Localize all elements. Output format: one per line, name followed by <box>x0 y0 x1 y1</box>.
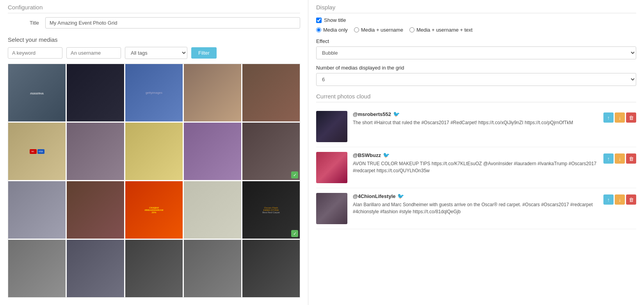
photo-grid: #МАМЯНА gettyimages MC <box>8 64 300 298</box>
svg-text:#МАМЯНА: #МАМЯНА <box>30 92 44 95</box>
post-actions: ↑ ↓ 🗑 <box>603 111 636 123</box>
delete-button[interactable]: 🗑 <box>626 153 636 164</box>
media-username-label: Media + username <box>361 27 403 33</box>
post-info: @BSWbuzz 🐦 AVON TRUE COLOR MAKEUP TIPS h… <box>353 152 598 174</box>
filter-button[interactable]: Filter <box>191 47 217 59</box>
photo-cell[interactable]: gettyimages <box>125 64 183 121</box>
post-actions: ↑ ↓ 🗑 <box>603 152 636 164</box>
photo-cell[interactable] <box>242 64 300 121</box>
photo-cell[interactable] <box>67 181 124 239</box>
twitter-icon: 🐦 <box>383 152 390 158</box>
twitter-icon: 🐦 <box>393 111 400 117</box>
post-item: @BSWbuzz 🐦 AVON TRUE COLOR MAKEUP TIPS h… <box>316 147 636 188</box>
photo-cell[interactable] <box>184 64 241 121</box>
media-only-option[interactable]: Media only <box>316 27 348 33</box>
photo-cell[interactable] <box>67 240 124 297</box>
photo-cell[interactable]: MC VISA <box>8 123 66 180</box>
photo-cell[interactable] <box>67 123 124 180</box>
photo-cell[interactable]: СКИДКИИМЕНИННИКАМ20% <box>125 181 183 239</box>
post-thumbnail <box>316 193 347 224</box>
photo-cell[interactable] <box>125 240 183 297</box>
media-username-text-option[interactable]: Media + username + text <box>409 27 473 33</box>
effect-label: Effect <box>316 38 636 44</box>
media-username-text-label: Media + username + text <box>416 27 473 33</box>
photo-cell[interactable] <box>184 123 241 180</box>
tags-select[interactable]: All tags <box>125 47 187 59</box>
delete-button[interactable]: 🗑 <box>626 112 636 123</box>
move-up-button[interactable]: ↑ <box>603 194 614 205</box>
photo-cell[interactable] <box>8 240 66 297</box>
show-title-label: Show title <box>324 17 346 23</box>
move-down-button[interactable]: ↓ <box>615 194 625 205</box>
title-input[interactable] <box>45 17 300 29</box>
post-text: Alan Barillaro and Marc Sondheimer with … <box>353 201 598 215</box>
show-title-checkbox[interactable] <box>316 18 322 23</box>
photo-cell[interactable] <box>242 240 300 297</box>
username-input[interactable] <box>66 47 121 59</box>
move-up-button[interactable]: ↑ <box>603 112 614 123</box>
move-down-button[interactable]: ↓ <box>615 112 625 123</box>
post-info: @msroberts552 🐦 The short #Haircut that … <box>353 111 598 126</box>
display-section-title: Display <box>316 4 636 13</box>
delete-button[interactable]: 🗑 <box>626 194 636 205</box>
keyword-input[interactable] <box>8 47 62 59</box>
media-only-radio[interactable] <box>316 27 321 32</box>
post-item: @msroberts552 🐦 The short #Haircut that … <box>316 106 636 147</box>
post-thumbnail <box>316 152 347 183</box>
num-medias-select[interactable]: 12345 678910 <box>316 73 636 86</box>
post-username: @msroberts552 🐦 <box>353 111 598 117</box>
effect-select[interactable]: Bubble Fade Slide None <box>316 46 636 59</box>
twitter-icon: 🐦 <box>397 193 404 199</box>
move-down-button[interactable]: ↓ <box>615 153 625 164</box>
photo-cell[interactable]: ✓ <box>242 123 300 180</box>
media-only-label: Media only <box>323 27 348 33</box>
photo-cell[interactable]: #МАМЯНА <box>8 64 66 121</box>
move-up-button[interactable]: ↑ <box>603 153 614 164</box>
media-username-option[interactable]: Media + username <box>354 27 403 33</box>
post-text: AVON TRUE COLOR MAKEUP TIPS https://t.co… <box>353 160 598 174</box>
photo-cell[interactable] <box>67 64 124 121</box>
config-section-title: Configuration <box>8 4 300 13</box>
select-medias-title: Select your medias <box>8 36 300 43</box>
num-medias-label: Number of medias displayed in the grid <box>316 65 636 71</box>
post-text: The short #Haircut that ruled the #Oscar… <box>353 119 598 126</box>
post-info: @4ChionLifestyle 🐦 Alan Barillaro and Ma… <box>353 193 598 215</box>
current-photos-title: Current photos cloud <box>316 93 636 102</box>
photo-cell[interactable] <box>8 181 66 239</box>
title-label: Title <box>8 20 39 26</box>
post-thumbnail <box>316 111 347 142</box>
post-username: @4ChionLifestyle 🐦 <box>353 193 598 199</box>
photo-cell[interactable]: Oscars FlashEMMA STONEBest Red Carpet ✓ <box>242 181 300 239</box>
photo-cell[interactable] <box>184 181 241 239</box>
post-item: @4ChionLifestyle 🐦 Alan Barillaro and Ma… <box>316 188 636 229</box>
post-username: @BSWbuzz 🐦 <box>353 152 598 158</box>
photo-cell[interactable] <box>125 123 183 180</box>
post-actions: ↑ ↓ 🗑 <box>603 193 636 205</box>
photo-cell[interactable] <box>184 240 241 297</box>
media-username-text-radio[interactable] <box>409 27 415 32</box>
media-username-radio[interactable] <box>354 27 359 32</box>
